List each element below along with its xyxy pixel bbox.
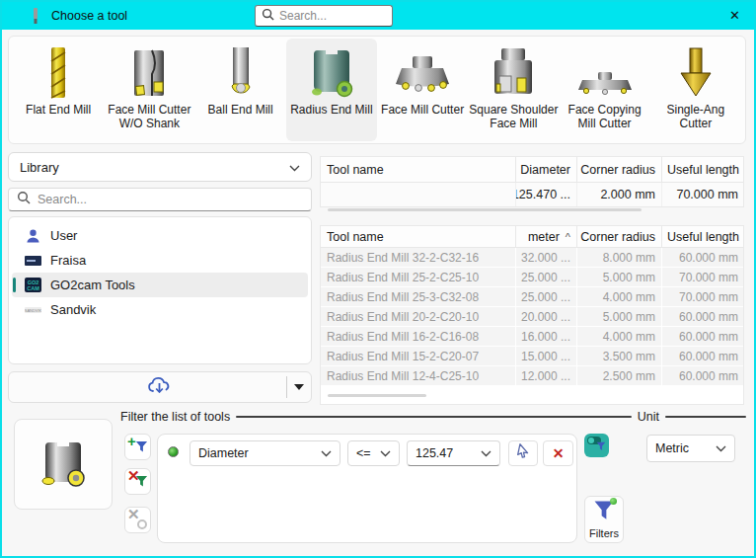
column-header-corner-radius[interactable]: Corner radius xyxy=(577,226,662,248)
column-header-corner-radius[interactable]: Corner radius xyxy=(577,157,662,183)
chevron-down-icon xyxy=(289,160,300,175)
radius-end-mill-preview-icon xyxy=(35,434,92,495)
library-item-label: Sandvik xyxy=(50,302,96,317)
library-item-label: GO2cam Tools xyxy=(50,278,135,292)
horizontal-scrollbar[interactable] xyxy=(328,208,642,211)
library-item-user[interactable]: User xyxy=(12,223,308,248)
column-header-useful-length[interactable]: Useful length xyxy=(662,157,744,183)
table-row[interactable]: Radius End Mill 25-2-C25-10 25.000 ... 5… xyxy=(321,268,743,286)
library-item-label: User xyxy=(50,228,77,243)
download-library-button[interactable] xyxy=(8,371,312,403)
current-tool-row[interactable]: 125.470 ... 2.000 mm 70.000 mm xyxy=(321,183,743,206)
cell-diameter: 15.000 ... xyxy=(516,347,577,365)
add-filter-button[interactable]: + xyxy=(124,434,151,460)
pick-value-button[interactable] xyxy=(508,440,538,466)
library-item-label: Fraisa xyxy=(50,253,86,268)
tool-type-flat-end-mill[interactable]: Flat End Mill xyxy=(13,39,104,141)
table-row[interactable]: Radius End Mill 20-2-C20-10 20.000 ... 5… xyxy=(321,307,743,326)
titlebar-search[interactable] xyxy=(255,5,393,27)
library-search-input[interactable] xyxy=(38,193,274,206)
divider xyxy=(236,416,632,418)
cursor-pointer-icon xyxy=(515,443,531,463)
tool-type-single-angle-cutter[interactable]: Single-Ang Cutter xyxy=(650,39,741,141)
tool-type-label: Flat End Mill xyxy=(26,103,91,117)
tool-type-face-mill-cutter[interactable]: Face Mill Cutter xyxy=(377,39,468,141)
tool-type-label: Ball End Mill xyxy=(208,103,273,117)
selected-tool-preview xyxy=(14,419,113,510)
clear-filters-button-disabled[interactable]: ✕ xyxy=(124,507,151,533)
close-icon[interactable]: ✕ xyxy=(729,8,740,23)
cell-useful-length: 60.000 mm xyxy=(662,347,744,365)
table-row[interactable]: Radius End Mill 25-3-C32-08 25.000 ... 4… xyxy=(321,287,743,306)
horizontal-scrollbar[interactable] xyxy=(328,394,426,397)
circle-icon xyxy=(137,519,147,529)
cell-diameter: 20.000 ... xyxy=(516,307,577,326)
cell-corner-radius: 5.000 mm xyxy=(577,307,662,326)
filters-button-label: Filters xyxy=(589,527,619,539)
tools-list-table: Tool name meter ^ Corner radius Useful l… xyxy=(320,225,744,405)
group-header-row: Filter the list of tools Unit xyxy=(120,410,746,424)
table-row[interactable]: Radius End Mill 16-2-C16-08 16.000 ... 4… xyxy=(321,327,743,346)
divider xyxy=(286,376,287,398)
column-header-diameter[interactable]: Diameter xyxy=(516,157,577,183)
radius-end-mill-icon xyxy=(307,42,356,100)
column-header-useful-length[interactable]: Useful length xyxy=(662,226,744,248)
table-row[interactable]: Radius End Mill 15-2-C20-07 15.000 ... 3… xyxy=(321,347,743,365)
tool-type-face-mill-wo-shank[interactable]: Face Mill Cutter W/O Shank xyxy=(104,39,194,141)
cell-tool-name: Radius End Mill 15-2-C20-07 xyxy=(321,347,516,365)
cell-useful-length: 60.000 mm xyxy=(662,248,744,267)
toggle-knob xyxy=(588,438,594,443)
filter-field-value: Diameter xyxy=(198,446,249,460)
cell-corner-radius: 3.500 mm xyxy=(577,347,662,365)
cell-diameter: 12.000 ... xyxy=(516,366,577,385)
cell-tool-name: Radius End Mill 25-2-C25-10 xyxy=(321,268,516,286)
filter-active-dot xyxy=(610,498,617,505)
tool-type-ball-end-mill[interactable]: Ball End Mill xyxy=(195,39,286,141)
x-icon: ✕ xyxy=(553,445,565,461)
cell-tool-name: Radius End Mill 12-4-C25-10 xyxy=(321,366,516,385)
tool-type-square-shoulder-face-mill[interactable]: Square Shoulder Face Mill xyxy=(468,39,559,141)
column-header-diameter[interactable]: meter ^ xyxy=(516,226,577,248)
library-search[interactable] xyxy=(8,188,312,211)
filter-field-dropdown[interactable]: Diameter xyxy=(189,440,340,466)
filters-button[interactable]: Filters xyxy=(584,496,624,543)
chevron-down-icon xyxy=(321,446,332,460)
library-dropdown[interactable]: Library xyxy=(8,152,312,182)
chevron-down-icon xyxy=(380,446,391,460)
library-list: User Fraisa GO2CAM GO2cam Tools SANDVIK … xyxy=(8,216,312,364)
delete-filter-button[interactable]: ✕ xyxy=(543,440,573,466)
filter-value-combobox[interactable]: 125.47 xyxy=(407,440,500,466)
library-item-sandvik[interactable]: SANDVIK Sandvik xyxy=(12,297,308,322)
cell-diameter: 32.000 ... xyxy=(516,248,577,267)
table-row[interactable]: Radius End Mill 12-4-C25-10 12.000 ... 2… xyxy=(321,366,743,385)
dropdown-arrow-icon[interactable] xyxy=(294,384,304,390)
tool-type-label: Face Mill Cutter W/O Shank xyxy=(104,103,194,131)
titlebar-search-input[interactable] xyxy=(279,9,378,23)
tool-type-face-copying-mill-cutter[interactable]: Face Copying Mill Cutter xyxy=(560,39,650,141)
filter-operator-value: <= xyxy=(356,446,371,460)
library-item-fraisa[interactable]: Fraisa xyxy=(12,248,308,273)
sandvik-logo-icon: SANDVIK xyxy=(25,306,41,314)
library-item-go2cam-tools[interactable]: GO2CAM GO2cam Tools xyxy=(12,273,308,297)
unit-dropdown[interactable]: Metric xyxy=(646,435,735,462)
column-header-label: meter xyxy=(528,230,560,244)
tool-type-radius-end-mill[interactable]: Radius End Mill xyxy=(286,39,377,141)
choose-a-tool-dialog: Choose a tool ✕ Flat End Mill xyxy=(0,0,756,558)
cell-corner-radius: 8.000 mm xyxy=(577,248,662,267)
tool-type-label: Face Copying Mill Cutter xyxy=(560,103,650,131)
library-dropdown-label: Library xyxy=(20,160,59,175)
search-icon xyxy=(262,7,274,25)
column-header-tool-name[interactable]: Tool name xyxy=(321,226,516,248)
filter-operator-dropdown[interactable]: <= xyxy=(347,440,400,466)
cell-corner-radius: 2.000 mm xyxy=(577,183,662,206)
remove-filter-button[interactable]: ✕ xyxy=(124,468,151,495)
cell-tool-name: Radius End Mill 20-2-C20-10 xyxy=(321,307,516,326)
cell-corner-radius: 2.500 mm xyxy=(577,366,662,385)
face-copying-mill-cutter-icon xyxy=(574,42,636,100)
filter-toggle-button[interactable] xyxy=(584,434,609,457)
table-row[interactable]: Radius End Mill 32-2-C32-16 32.000 ... 8… xyxy=(321,248,743,267)
fraisa-logo-icon xyxy=(25,256,41,266)
cell-corner-radius: 5.000 mm xyxy=(577,268,662,286)
filter-value: 125.47 xyxy=(416,446,453,460)
column-header-tool-name[interactable]: Tool name xyxy=(321,157,516,183)
